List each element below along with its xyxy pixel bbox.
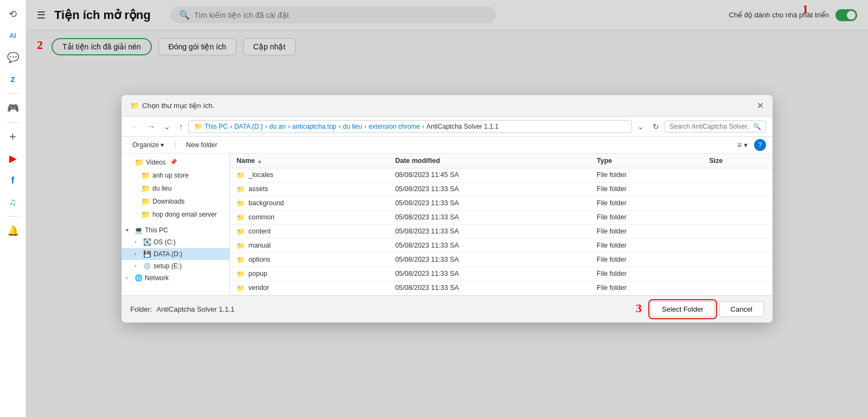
folder-icon-4: 📁: [141, 197, 150, 206]
select-folder-button[interactable]: Select Folder: [650, 301, 715, 317]
folder-icon: 📁: [135, 158, 144, 167]
sidebar-spotify[interactable]: ♫: [3, 192, 23, 212]
view-options-button[interactable]: ≡ ▾: [734, 139, 751, 151]
organize-button[interactable]: Organize ▾: [128, 140, 168, 150]
file-name-cell: 📁 common: [230, 210, 388, 224]
tree-item-videos[interactable]: 📁 Videos 📌: [122, 156, 229, 169]
file-modified-cell: 08/08/2023 11:45 SA: [388, 168, 590, 182]
tree-label-du-lieu: du lieu: [152, 185, 171, 192]
table-row[interactable]: 📁 _locales 08/08/2023 11:45 SA File fold…: [230, 168, 773, 182]
sidebar-history[interactable]: ⟲: [3, 4, 23, 24]
row-file-name: vendor: [248, 284, 269, 292]
sidebar-messenger[interactable]: 💬: [3, 48, 23, 67]
file-modified-cell: 05/08/2023 11:33 SA: [388, 238, 590, 252]
file-type-cell: File folder: [590, 224, 703, 238]
table-row[interactable]: 📁 vendor 05/08/2023 11:33 SA File folder: [230, 281, 773, 295]
col-type[interactable]: Type: [590, 154, 703, 168]
tree-item-downloads[interactable]: 📁 Downloads: [122, 195, 229, 208]
file-size-cell: [703, 224, 773, 238]
help-button[interactable]: ?: [754, 139, 766, 151]
file-name-cell: 📁 vendor: [230, 281, 388, 295]
divider1: [7, 93, 20, 94]
row-folder-icon: 📁: [237, 171, 245, 179]
tree-label-data-d: DATA (D:): [154, 250, 182, 258]
sidebar-ai[interactable]: AI: [3, 26, 23, 46]
dialog-nav: ← → ⌄ ↑ 📁 This PC › DATA (D:) › du an › …: [122, 117, 773, 137]
tree-arrow-6: ▾: [126, 227, 132, 233]
folder-label: Folder:: [130, 305, 152, 313]
table-row[interactable]: 📁 content 05/08/2023 11:33 SA File folde…: [230, 224, 773, 238]
new-folder-button[interactable]: New folder: [182, 140, 221, 150]
pc-icon: 💻: [135, 226, 143, 234]
dropdown-button[interactable]: ⌄: [161, 120, 174, 133]
breadcrumb-expand[interactable]: ⌄: [634, 120, 647, 133]
col-name[interactable]: Name ▲: [230, 154, 388, 168]
file-modified-cell: 05/08/2023 11:33 SA: [388, 210, 590, 224]
file-size-cell: [703, 252, 773, 267]
tree-label-downloads: Downloads: [152, 198, 184, 205]
close-button[interactable]: ✕: [757, 100, 764, 111]
file-name-cell: 📁 options: [230, 252, 388, 267]
tree-item-os-c[interactable]: › 💽 OS (C:): [122, 236, 229, 248]
file-search-input[interactable]: [669, 123, 751, 130]
file-modified-cell: 05/08/2023 11:33 SA: [388, 196, 590, 210]
row-file-name: popup: [248, 270, 267, 277]
row-folder-icon: 📁: [237, 270, 245, 278]
tree-label-videos: Videos: [146, 159, 165, 166]
tree-item-anh-up-store[interactable]: 📁 anh up store: [122, 169, 229, 182]
tree-item-network[interactable]: › 🌐 Network: [122, 272, 229, 284]
file-search-icon: 🔍: [753, 123, 761, 130]
row-folder-icon: 📁: [237, 284, 245, 292]
col-size[interactable]: Size: [703, 154, 773, 168]
tree-arrow-9: ›: [135, 263, 141, 269]
file-name-cell: 📁 _locales: [230, 168, 388, 182]
tree-item-this-pc[interactable]: ▾ 💻 This PC: [122, 224, 229, 236]
up-button[interactable]: ↑: [176, 120, 186, 133]
file-size-cell: [703, 281, 773, 295]
sidebar-youtube[interactable]: ▶: [3, 149, 23, 168]
tree-item-data-d[interactable]: › 💾 DATA (D:): [122, 248, 229, 260]
drive-e-icon: 💿: [143, 262, 151, 270]
breadcrumb[interactable]: 📁 This PC › DATA (D:) › du an › anticapt…: [188, 120, 632, 133]
col-modified[interactable]: Date modified: [388, 154, 590, 168]
file-type-cell: File folder: [590, 238, 703, 252]
folder-icon-3: 📁: [141, 184, 150, 193]
file-type-cell: File folder: [590, 267, 703, 281]
cancel-button[interactable]: Cancel: [719, 301, 764, 317]
file-size-cell: [703, 238, 773, 252]
file-type-cell: File folder: [590, 196, 703, 210]
sidebar-zalo[interactable]: Z: [3, 70, 23, 89]
dialog-body: 📁 Videos 📌 📁 anh up store 📁 du lieu: [122, 154, 773, 295]
back-button[interactable]: ←: [128, 120, 142, 133]
sidebar-game[interactable]: 🎮: [3, 98, 23, 118]
row-file-name: _locales: [248, 171, 273, 179]
file-size-cell: [703, 168, 773, 182]
row-folder-icon: 📁: [237, 213, 245, 222]
tree-item-du-lieu[interactable]: 📁 du lieu: [122, 182, 229, 195]
dialog-overlay: 📁 Chọn thư mục tiện ích. ✕ ← → ⌄ ↑ 📁 Thi…: [26, 0, 868, 417]
row-folder-icon: 📁: [237, 185, 245, 193]
tree-item-hop-dong[interactable]: 📁 hop dong email server: [122, 208, 229, 221]
tree-item-setup-e[interactable]: › 💿 setup (E:): [122, 260, 229, 272]
sidebar-add[interactable]: +: [3, 127, 23, 147]
table-row[interactable]: 📁 popup 05/08/2023 11:33 SA File folder: [230, 267, 773, 281]
tree-label-hop-dong: hop dong email server: [152, 211, 217, 218]
table-row[interactable]: 📁 manual 05/08/2023 11:33 SA File folder: [230, 238, 773, 252]
dialog-toolbar: Organize ▾ New folder ≡ ▾ ?: [122, 137, 773, 154]
file-search-box[interactable]: 🔍: [665, 121, 766, 132]
table-row[interactable]: 📁 common 05/08/2023 11:33 SA File folder: [230, 210, 773, 224]
file-name-cell: 📁 manual: [230, 238, 388, 252]
row-folder-icon: 📁: [237, 242, 245, 250]
table-row[interactable]: 📁 background 05/08/2023 11:33 SA File fo…: [230, 196, 773, 210]
dialog-title: 📁 Chọn thư mục tiện ích.: [130, 102, 214, 110]
refresh-button[interactable]: ↻: [649, 120, 662, 133]
file-size-cell: [703, 196, 773, 210]
forward-button[interactable]: →: [144, 120, 158, 133]
annotation-3: 3: [636, 301, 642, 317]
sidebar-facebook[interactable]: f: [3, 170, 23, 190]
table-row[interactable]: 📁 options 05/08/2023 11:33 SA File folde…: [230, 252, 773, 267]
tree-arrow-8: ›: [135, 251, 141, 257]
table-row[interactable]: 📁 assets 05/08/2023 11:33 SA File folder: [230, 182, 773, 196]
sidebar-notification[interactable]: 🔔: [3, 221, 23, 241]
file-size-cell: [703, 210, 773, 224]
